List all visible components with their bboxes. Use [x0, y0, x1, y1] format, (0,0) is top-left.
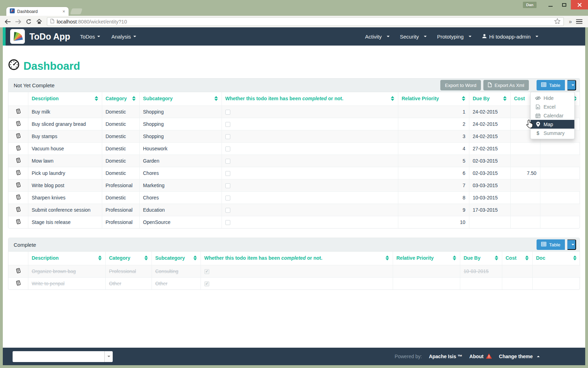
new-tab-button[interactable]: [70, 8, 83, 14]
table-view-caret-button[interactable]: [567, 239, 576, 250]
menu-item-calendar[interactable]: Calendar: [531, 111, 574, 120]
todo-item-icon[interactable]: [8, 106, 28, 118]
sort-icon[interactable]: [214, 96, 218, 102]
tab-close-icon[interactable]: ×: [62, 9, 65, 14]
cell-description[interactable]: Sharpen knives: [28, 192, 102, 204]
table-view-caret-button[interactable]: [567, 80, 576, 90]
url-bar[interactable]: localhost:8080/wicket/entity?10: [47, 17, 564, 26]
col-header-cost[interactable]: Cost: [502, 252, 532, 265]
todo-item-icon[interactable]: [8, 192, 28, 204]
cell-description[interactable]: Write to penpal: [28, 278, 105, 290]
completed-checkbox[interactable]: [204, 269, 209, 274]
col-header-priority[interactable]: Relative Priority: [393, 252, 460, 265]
col-header-priority[interactable]: Relative Priority: [398, 92, 469, 106]
sort-icon[interactable]: [391, 96, 394, 102]
completed-checkbox[interactable]: [225, 208, 230, 213]
cell-description[interactable]: Stage Isis release: [28, 216, 102, 229]
apache-isis-link[interactable]: Apache Isis ™: [429, 354, 462, 359]
col-header-category[interactable]: Category: [102, 92, 139, 106]
cell-description[interactable]: Buy milk: [28, 106, 102, 118]
col-header-subcategory[interactable]: Subcategory: [152, 252, 201, 265]
sort-icon[interactable]: [503, 96, 507, 102]
reload-icon[interactable]: [24, 17, 33, 26]
cell-description[interactable]: Submit conference session: [28, 204, 102, 216]
cell-description[interactable]: Vacuum house: [28, 143, 102, 155]
about-link[interactable]: About: [469, 353, 492, 360]
extensions-overflow-icon[interactable]: »: [567, 19, 574, 25]
sort-icon[interactable]: [385, 255, 389, 261]
todo-item-icon[interactable]: [8, 278, 28, 290]
col-header-subcategory[interactable]: Subcategory: [139, 92, 222, 106]
sort-icon[interactable]: [144, 255, 148, 261]
completed-checkbox[interactable]: [225, 183, 230, 188]
menu-item-summary[interactable]: $ Summary: [531, 129, 574, 137]
home-icon[interactable]: [34, 17, 44, 26]
todo-item-icon[interactable]: [8, 265, 28, 278]
completed-checkbox[interactable]: [204, 281, 209, 286]
forward-icon[interactable]: [13, 17, 23, 26]
sort-icon[interactable]: [94, 96, 98, 102]
sort-icon[interactable]: [462, 96, 465, 102]
nav-item-activity[interactable]: Activity: [365, 34, 390, 40]
sort-icon[interactable]: [132, 96, 136, 102]
table-view-button[interactable]: Table: [537, 80, 565, 90]
cell-description[interactable]: Pick up laundry: [28, 167, 102, 179]
completed-checkbox[interactable]: [225, 110, 230, 115]
col-header-completed[interactable]: Whether this todo item has been complete…: [201, 252, 393, 265]
app-title[interactable]: ToDo App: [29, 32, 70, 42]
sort-icon[interactable]: [495, 255, 498, 261]
todo-item-icon[interactable]: [8, 216, 28, 229]
completed-checkbox[interactable]: [225, 220, 230, 225]
todo-item-icon[interactable]: [8, 130, 28, 143]
completed-checkbox[interactable]: [225, 159, 230, 164]
nav-item-prototyping[interactable]: Prototyping: [437, 34, 471, 40]
todo-item-icon[interactable]: [8, 118, 28, 130]
sort-icon[interactable]: [525, 255, 529, 261]
combobox-input[interactable]: [13, 351, 104, 362]
col-header-doc[interactable]: Doc: [532, 252, 580, 265]
cell-description[interactable]: Mow lawn: [28, 155, 102, 167]
footer-combobox[interactable]: [13, 351, 113, 362]
change-theme-link[interactable]: Change theme: [499, 354, 540, 359]
col-header-due[interactable]: Due By: [469, 92, 510, 106]
menu-item-hide[interactable]: Hide: [531, 94, 574, 102]
sort-icon[interactable]: [193, 255, 197, 261]
browser-profile-badge[interactable]: Dan: [523, 2, 537, 8]
todo-item-icon[interactable]: [8, 155, 28, 167]
completed-checkbox[interactable]: [225, 122, 230, 127]
sort-icon[interactable]: [573, 255, 577, 261]
sort-icon[interactable]: [98, 255, 102, 261]
col-header-description[interactable]: Description: [28, 252, 105, 265]
nav-item-analysis[interactable]: Analysis: [111, 34, 136, 40]
col-header-due[interactable]: Due By: [460, 252, 502, 265]
browser-tab[interactable]: Dashboard ×: [6, 7, 69, 16]
col-header-description[interactable]: Description: [28, 92, 102, 106]
completed-checkbox[interactable]: [225, 196, 230, 200]
menu-item-excel[interactable]: Excel: [531, 102, 574, 111]
nav-item-security[interactable]: Security: [400, 34, 427, 40]
cell-description[interactable]: Buy sliced granary bread: [28, 118, 102, 130]
col-header-category[interactable]: Category: [105, 252, 152, 265]
export-to-word-button[interactable]: Export to Word: [440, 80, 481, 90]
browser-menu-icon[interactable]: [575, 19, 585, 24]
table-view-button[interactable]: Table: [537, 239, 565, 250]
todo-item-icon[interactable]: [8, 204, 28, 216]
col-header-completed[interactable]: Whether this todo item has been complete…: [222, 92, 398, 106]
combobox-caret-button[interactable]: [104, 351, 113, 362]
completed-checkbox[interactable]: [225, 171, 230, 176]
todo-item-icon[interactable]: [8, 143, 28, 155]
cell-description[interactable]: Write blog post: [28, 179, 102, 192]
minimize-button[interactable]: [544, 0, 557, 9]
sort-icon[interactable]: [453, 255, 456, 261]
bookmark-star-icon[interactable]: [554, 18, 560, 25]
back-icon[interactable]: [3, 17, 12, 26]
completed-checkbox[interactable]: [225, 146, 230, 151]
nav-item-todos[interactable]: ToDos: [80, 34, 100, 40]
completed-checkbox[interactable]: [225, 134, 230, 139]
todo-item-icon[interactable]: [8, 167, 28, 179]
menu-item-map[interactable]: Map: [531, 120, 574, 129]
close-button[interactable]: [571, 0, 588, 9]
cell-description[interactable]: Buy stamps: [28, 130, 102, 143]
nav-item-user[interactable]: Hi todoapp-admin: [482, 34, 538, 40]
todo-item-icon[interactable]: [8, 179, 28, 192]
